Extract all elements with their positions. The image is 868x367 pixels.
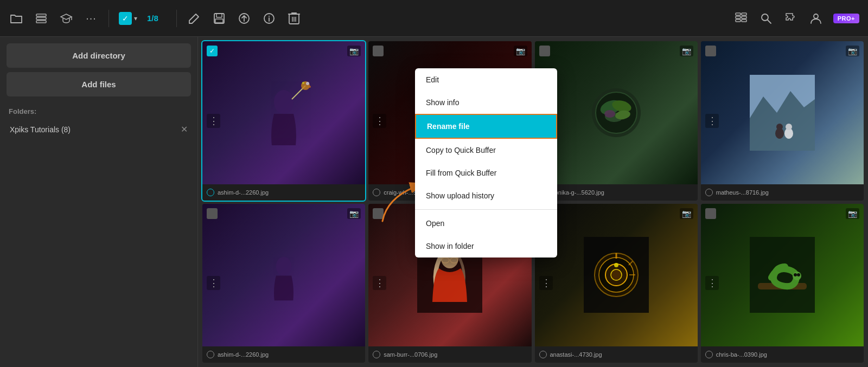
ctx-show-info[interactable]: Show info bbox=[415, 91, 557, 114]
image-name-7: anastasi-...4730.jpg bbox=[550, 351, 602, 358]
image-footer-3: monika-g-...5620.jpg bbox=[535, 184, 698, 201]
image-cell-5[interactable]: 📷 ⋮ ashim-d-...2260.jpg bbox=[202, 204, 365, 363]
image-name-1: ashim-d-...2260.jpg bbox=[218, 189, 269, 196]
image-radio-2[interactable] bbox=[373, 189, 380, 196]
image-uncheck-3[interactable] bbox=[539, 46, 550, 56]
image-radio-7[interactable] bbox=[539, 351, 547, 358]
edit-icon[interactable] bbox=[187, 11, 202, 26]
delete-icon[interactable] bbox=[286, 11, 302, 26]
svg-point-68 bbox=[794, 273, 797, 276]
camera-icon-1: 📷 bbox=[347, 46, 361, 56]
svg-rect-19 bbox=[736, 16, 741, 18]
image-radio-5[interactable] bbox=[207, 351, 214, 358]
image-placeholder-7 bbox=[535, 204, 698, 347]
folder-close-icon[interactable]: ✕ bbox=[181, 124, 188, 134]
svg-rect-2 bbox=[36, 21, 46, 23]
more-icon[interactable]: ··· bbox=[84, 11, 99, 26]
counter-label: 1/8 bbox=[147, 14, 167, 23]
svg-rect-22 bbox=[742, 20, 746, 22]
image-cell-4[interactable]: 📷 ⋮ matheus-...8716.jpg bbox=[701, 41, 864, 201]
svg-rect-0 bbox=[36, 14, 46, 16]
svg-point-50 bbox=[276, 257, 291, 276]
image-radio-4[interactable] bbox=[705, 189, 713, 196]
dots-menu-7[interactable]: ⋮ bbox=[539, 276, 553, 290]
ctx-show-upload-history[interactable]: Show upload history bbox=[415, 184, 557, 207]
folders-label: Folders: bbox=[7, 107, 191, 115]
pro-badge[interactable]: PRO+ bbox=[833, 14, 859, 23]
image-placeholder-3 bbox=[535, 41, 698, 184]
dots-menu-1[interactable]: ⋮ bbox=[207, 114, 220, 128]
select-checkbox[interactable]: ✓ bbox=[119, 12, 132, 25]
ctx-rename-file[interactable]: Rename file bbox=[415, 114, 557, 139]
svg-point-31 bbox=[309, 86, 311, 88]
chevron-icon[interactable]: ▾ bbox=[134, 15, 137, 22]
image-uncheck-6[interactable] bbox=[373, 208, 384, 219]
add-directory-button[interactable]: Add directory bbox=[7, 43, 191, 68]
ctx-edit[interactable]: Edit bbox=[415, 68, 557, 91]
dots-menu-4[interactable]: ⋮ bbox=[705, 114, 719, 128]
folder-icon[interactable] bbox=[9, 11, 24, 26]
svg-point-48 bbox=[776, 124, 783, 130]
ctx-divider bbox=[415, 209, 557, 210]
image-cell-1[interactable]: ✓ 📷 ⋮ ashim-d-...2260.jpg bbox=[202, 41, 365, 201]
svg-point-30 bbox=[302, 82, 304, 84]
image-cell-8[interactable]: 📷 ⋮ chris-ba-...0390.jpg bbox=[701, 204, 864, 363]
image-uncheck-2[interactable] bbox=[373, 46, 384, 56]
info-icon[interactable] bbox=[261, 11, 277, 26]
svg-rect-6 bbox=[216, 14, 222, 17]
image-radio-1[interactable] bbox=[207, 189, 214, 196]
add-files-button[interactable]: Add files bbox=[7, 72, 191, 96]
image-footer-4: matheus-...8716.jpg bbox=[701, 184, 864, 201]
image-cell-3[interactable]: 📷 ⋮ monika-g-...5620.jpg bbox=[535, 41, 698, 201]
svg-rect-21 bbox=[736, 20, 741, 22]
main-layout: Add directory Add files Folders: Xpiks T… bbox=[0, 37, 868, 367]
camera-icon-8: 📷 bbox=[846, 208, 859, 219]
toolbar-divider-2 bbox=[176, 10, 177, 27]
ctx-show-in-folder[interactable]: Show in folder bbox=[415, 235, 557, 257]
camera-icon-3: 📷 bbox=[680, 46, 693, 56]
mortarboard-icon[interactable] bbox=[59, 11, 74, 26]
dots-menu-8[interactable]: ⋮ bbox=[705, 276, 719, 290]
ctx-fill-quick-buffer[interactable]: Fill from Quick Buffer bbox=[415, 162, 557, 184]
svg-line-24 bbox=[768, 20, 771, 23]
image-check-1[interactable]: ✓ bbox=[207, 46, 218, 56]
image-radio-8[interactable] bbox=[705, 351, 713, 358]
image-radio-6[interactable] bbox=[373, 351, 380, 358]
dots-menu-5[interactable]: ⋮ bbox=[207, 276, 220, 290]
toolbar-right: PRO+ bbox=[733, 11, 859, 26]
folders-section: Folders: Xpiks Tutorials (8) ✕ bbox=[7, 107, 191, 139]
grid-view-icon[interactable] bbox=[733, 11, 749, 26]
toolbar: ··· ✓ ▾ 1/8 bbox=[0, 0, 868, 37]
dots-menu-6[interactable]: ⋮ bbox=[373, 276, 386, 290]
ctx-copy-quick-buffer[interactable]: Copy to Quick Buffer bbox=[415, 139, 557, 162]
camera-icon-5: 📷 bbox=[347, 208, 361, 219]
svg-rect-18 bbox=[742, 13, 746, 15]
image-placeholder-1 bbox=[202, 41, 365, 184]
svg-point-66 bbox=[793, 272, 801, 280]
image-placeholder-5 bbox=[202, 204, 365, 347]
image-uncheck-4[interactable] bbox=[705, 46, 716, 56]
user-icon[interactable] bbox=[808, 11, 824, 26]
content-area: ✓ 📷 ⋮ ashim-d-...2260.jpg QUO VADIS BAR bbox=[198, 37, 868, 367]
svg-point-26 bbox=[274, 90, 293, 114]
svg-rect-7 bbox=[215, 19, 223, 23]
image-uncheck-8[interactable] bbox=[705, 208, 716, 219]
search-icon[interactable] bbox=[758, 11, 774, 26]
image-footer-6: sam-burr-...0706.jpg bbox=[368, 346, 531, 363]
ctx-open[interactable]: Open bbox=[415, 212, 557, 235]
toolbar-left: ··· ✓ ▾ 1/8 bbox=[9, 10, 724, 27]
camera-icon-2: 📷 bbox=[514, 46, 527, 56]
upload-icon[interactable] bbox=[237, 11, 252, 26]
svg-rect-64 bbox=[750, 237, 815, 313]
puzzle-icon[interactable] bbox=[783, 11, 799, 26]
dots-menu-2[interactable]: ⋮ bbox=[373, 114, 386, 128]
folder-item[interactable]: Xpiks Tutorials (8) ✕ bbox=[7, 120, 191, 139]
save-icon[interactable] bbox=[212, 11, 227, 26]
image-cell-7[interactable]: 📷 ⋮ anastasi-...4730.jpg bbox=[535, 204, 698, 363]
image-placeholder-4 bbox=[701, 41, 864, 184]
context-menu: Edit Show info Rename file Copy to Quick… bbox=[415, 68, 557, 257]
svg-rect-17 bbox=[736, 13, 741, 15]
camera-icon-7: 📷 bbox=[680, 208, 693, 219]
list-icon[interactable] bbox=[34, 11, 49, 26]
image-uncheck-5[interactable] bbox=[207, 208, 218, 219]
